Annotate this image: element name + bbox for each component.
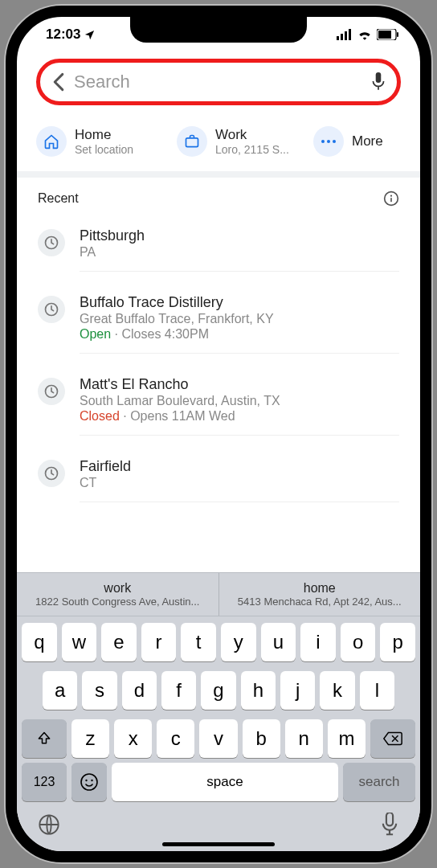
keyboard-row-2: asdfghjkl xyxy=(22,671,415,710)
home-indicator[interactable] xyxy=(162,842,275,846)
key-c[interactable]: c xyxy=(157,719,194,758)
key-n[interactable]: n xyxy=(285,719,323,758)
key-r[interactable]: r xyxy=(141,623,177,661)
recent-title: Recent xyxy=(38,191,79,206)
key-t[interactable]: t xyxy=(181,623,216,661)
briefcase-icon xyxy=(177,126,207,157)
key-f[interactable]: f xyxy=(161,671,196,710)
shortcuts-row: Home Set location Work Loro, 2115 S... M… xyxy=(17,117,420,171)
svg-rect-14 xyxy=(390,198,392,202)
location-arrow-icon xyxy=(84,29,96,41)
info-icon[interactable] xyxy=(383,190,399,207)
key-y[interactable]: y xyxy=(221,623,256,661)
prediction-sub: 5413 Menchaca Rd, Apt 242, Aus... xyxy=(238,596,402,608)
battery-icon xyxy=(377,29,399,40)
item-title: Fairfield xyxy=(80,458,399,475)
wifi-icon xyxy=(357,29,372,40)
prediction-home[interactable]: home 5413 Menchaca Rd, Apt 242, Aus... xyxy=(219,573,421,616)
prediction-sub: 1822 South Congress Ave, Austin... xyxy=(35,596,199,608)
svg-rect-6 xyxy=(397,32,398,37)
status-time: 12:03 xyxy=(46,27,80,43)
item-title: Pittsburgh xyxy=(80,227,399,244)
key-x[interactable]: x xyxy=(114,719,152,758)
item-status: Closed · Opens 11AM Wed xyxy=(80,409,399,424)
svg-rect-23 xyxy=(386,813,393,825)
key-a[interactable]: a xyxy=(43,671,77,710)
key-h[interactable]: h xyxy=(241,671,276,710)
key-delete[interactable] xyxy=(370,719,415,758)
key-q[interactable]: q xyxy=(22,623,57,661)
shortcut-more-title: More xyxy=(352,133,383,149)
item-title: Buffalo Trace Distillery xyxy=(80,294,399,311)
emoji-icon xyxy=(80,772,99,792)
clock-icon xyxy=(38,229,65,256)
phone-frame: 12:03 Home Set location xyxy=(6,6,431,862)
keyboard-row-bottom: 123 space search xyxy=(17,763,420,806)
key-g[interactable]: g xyxy=(201,671,235,710)
shortcut-work[interactable]: Work Loro, 2115 S... xyxy=(172,123,300,160)
key-numbers[interactable]: 123 xyxy=(22,763,67,801)
search-input[interactable] xyxy=(74,72,363,92)
key-o[interactable]: o xyxy=(341,623,376,661)
key-z[interactable]: z xyxy=(71,719,109,758)
key-d[interactable]: d xyxy=(122,671,157,710)
recent-header: Recent xyxy=(17,178,420,216)
list-item[interactable]: PittsburghPA xyxy=(17,216,420,283)
keyboard: work 1822 South Congress Ave, Austin... … xyxy=(17,572,420,851)
svg-rect-3 xyxy=(349,29,351,40)
item-sub: South Lamar Boulevard, Austin, TX xyxy=(80,394,399,408)
key-k[interactable]: k xyxy=(320,671,354,710)
dictation-icon[interactable] xyxy=(380,813,399,837)
list-item[interactable]: FairfieldCT xyxy=(17,447,420,514)
item-sub: Great Buffalo Trace, Frankfort, KY xyxy=(80,312,399,326)
key-i[interactable]: i xyxy=(300,623,336,661)
key-e[interactable]: e xyxy=(101,623,137,661)
key-p[interactable]: p xyxy=(380,623,415,661)
key-v[interactable]: v xyxy=(199,719,237,758)
shortcut-more[interactable]: More xyxy=(308,123,388,160)
key-shift[interactable] xyxy=(22,719,67,758)
microphone-icon[interactable] xyxy=(371,72,386,92)
globe-icon[interactable] xyxy=(38,813,60,836)
svg-point-21 xyxy=(91,780,92,781)
key-s[interactable]: s xyxy=(82,671,116,710)
key-b[interactable]: b xyxy=(243,719,280,758)
back-icon[interactable] xyxy=(51,72,66,92)
keyboard-row-3: zxcvbnm xyxy=(22,719,415,758)
clock-icon xyxy=(38,378,65,405)
svg-rect-8 xyxy=(186,138,198,147)
key-w[interactable]: w xyxy=(62,623,97,661)
section-divider xyxy=(17,171,420,178)
item-sub: CT xyxy=(80,476,399,490)
clock-icon xyxy=(38,296,65,323)
prediction-title: home xyxy=(304,581,336,596)
notch xyxy=(130,17,307,43)
shortcut-work-sub: Loro, 2115 S... xyxy=(215,143,289,156)
svg-point-10 xyxy=(327,140,330,143)
home-icon xyxy=(36,126,67,157)
prediction-bar: work 1822 South Congress Ave, Austin... … xyxy=(17,573,420,616)
key-emoji[interactable] xyxy=(71,763,107,801)
item-status: Open · Closes 4:30PM xyxy=(80,327,399,342)
key-space[interactable]: space xyxy=(112,763,338,801)
svg-point-9 xyxy=(321,140,325,143)
key-m[interactable]: m xyxy=(328,719,366,758)
svg-rect-5 xyxy=(378,31,391,39)
key-j[interactable]: j xyxy=(280,671,315,710)
svg-rect-2 xyxy=(345,31,347,40)
key-l[interactable]: l xyxy=(360,671,394,710)
cellular-icon xyxy=(337,29,353,40)
backspace-icon xyxy=(382,731,403,747)
shortcut-home[interactable]: Home Set location xyxy=(31,123,164,160)
svg-point-20 xyxy=(85,780,87,781)
key-u[interactable]: u xyxy=(261,623,296,661)
key-search[interactable]: search xyxy=(343,763,415,801)
recent-list: PittsburghPABuffalo Trace DistilleryGrea… xyxy=(17,216,420,514)
search-bar[interactable] xyxy=(36,59,401,105)
item-title: Matt's El Rancho xyxy=(80,376,399,393)
prediction-work[interactable]: work 1822 South Congress Ave, Austin... xyxy=(17,573,219,616)
list-item[interactable]: Matt's El RanchoSouth Lamar Boulevard, A… xyxy=(17,365,420,447)
list-item[interactable]: Buffalo Trace DistilleryGreat Buffalo Tr… xyxy=(17,283,420,365)
shift-icon xyxy=(36,731,52,747)
more-icon xyxy=(313,126,344,157)
